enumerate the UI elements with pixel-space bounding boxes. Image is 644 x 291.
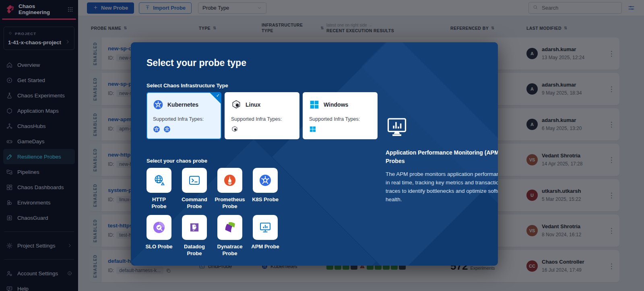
probe-tile-label: Command Probe — [182, 196, 207, 210]
apm-icon — [259, 221, 272, 234]
select-probe-type-modal: Select your probe type Select Chaos Infr… — [131, 42, 498, 266]
probe-tile-label: HTTP Probe — [152, 196, 167, 210]
kubernetes-icon — [163, 126, 171, 133]
page: Chaos Engineering PROJECT 1-41-x-chaos-p… — [0, 0, 644, 291]
supported-infra-label: Supported Infra Types: — [231, 116, 293, 122]
probe-tile-label: APM Probe — [251, 244, 279, 257]
linux-icon — [231, 99, 242, 110]
monitor-icon — [386, 116, 498, 138]
linux-icon — [231, 126, 238, 133]
http-icon — [153, 174, 165, 187]
infra-card-windows[interactable]: WindowsSupported Infra Types: — [303, 92, 378, 139]
probe-tile-command-probe[interactable]: Command Probe — [178, 168, 211, 210]
probe-tile-slo-probe[interactable]: SLO Probe — [143, 215, 175, 257]
probe-tile-label: Dynatrace Probe — [217, 244, 243, 257]
probe-tile-label: Prometheus Probe — [215, 196, 245, 210]
probe-tile-label: Datadog Probe — [184, 244, 205, 257]
prometheus-icon — [223, 174, 236, 187]
kubernetes-icon — [153, 99, 163, 110]
modal-title: Select your probe type — [147, 58, 246, 68]
infra-card-list: ✓KubernetesSupported Infra Types:LinuxSu… — [147, 92, 378, 139]
probe-section-label: Select your chaos probe — [147, 158, 207, 164]
probe-tile-dynatrace-probe[interactable]: Dynatrace Probe — [214, 215, 246, 257]
infra-section-label: Select Chaos Infrastructure Type — [147, 83, 228, 89]
probe-tile-k8s-probe[interactable]: K8S Probe — [249, 168, 281, 210]
probe-tile-label: K8S Probe — [252, 196, 279, 210]
infra-card-kubernetes[interactable]: ✓KubernetesSupported Infra Types: — [147, 92, 221, 139]
infra-card-name: Kubernetes — [167, 101, 198, 108]
infra-card-name: Linux — [246, 101, 260, 108]
windows-icon — [309, 99, 320, 110]
apm-info-title: Application Performance Monitoring (APM)… — [386, 149, 498, 165]
infra-card-name: Windows — [324, 101, 348, 108]
check-icon: ✓ — [216, 93, 220, 98]
datadog-icon — [188, 221, 201, 234]
probe-tile-http-probe[interactable]: HTTP Probe — [143, 168, 175, 210]
command-icon — [188, 174, 201, 187]
dynatrace-icon — [223, 221, 236, 234]
supported-infra-label: Supported Infra Types: — [153, 116, 215, 122]
probe-tile-label: SLO Probe — [145, 244, 172, 257]
probe-tile-datadog-probe[interactable]: Datadog Probe — [178, 215, 211, 257]
infra-card-linux[interactable]: LinuxSupported Infra Types: — [225, 92, 299, 139]
windows-icon — [309, 126, 316, 133]
supported-infra-label: Supported Infra Types: — [309, 116, 371, 122]
probe-tile-apm-probe[interactable]: APM Probe — [249, 215, 281, 257]
probe-tile-grid: HTTP ProbeCommand ProbePrometheus ProbeK… — [147, 168, 278, 257]
kubernetes-icon — [259, 174, 272, 187]
slo-icon — [153, 221, 165, 234]
probe-tile-prometheus-probe[interactable]: Prometheus Probe — [214, 168, 246, 210]
apm-info-panel: Application Performance Monitoring (APM)… — [386, 116, 498, 204]
kubernetes-icon — [153, 126, 160, 133]
apm-info-description: The APM probe monitors application perfo… — [386, 170, 498, 204]
sidebar-dim-overlay — [0, 0, 78, 291]
